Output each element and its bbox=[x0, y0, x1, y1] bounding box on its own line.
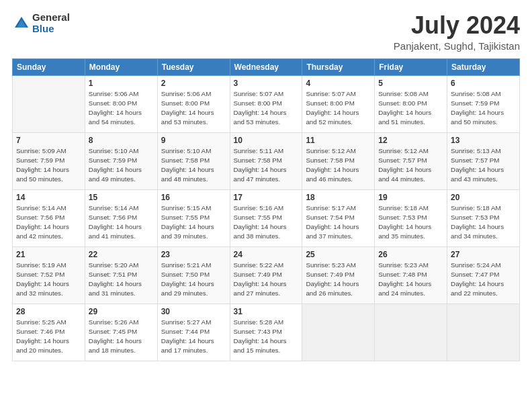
table-row: 4Sunrise: 5:07 AMSunset: 8:00 PMDaylight… bbox=[302, 75, 375, 132]
table-row: 16Sunrise: 5:15 AMSunset: 7:55 PMDayligh… bbox=[157, 189, 230, 246]
day-number: 5 bbox=[378, 79, 443, 88]
day-info: Sunrise: 5:12 AMSunset: 7:58 PMDaylight:… bbox=[306, 146, 371, 185]
day-info: Sunrise: 5:28 AMSunset: 7:43 PMDaylight:… bbox=[234, 318, 299, 356]
table-row: 11Sunrise: 5:12 AMSunset: 7:58 PMDayligh… bbox=[302, 132, 375, 189]
day-info: Sunrise: 5:24 AMSunset: 7:47 PMDaylight:… bbox=[451, 261, 516, 299]
day-info: Sunrise: 5:07 AMSunset: 8:00 PMDaylight:… bbox=[306, 89, 371, 128]
table-row: 28Sunrise: 5:25 AMSunset: 7:46 PMDayligh… bbox=[13, 304, 85, 361]
logo-text: General Blue bbox=[32, 12, 70, 34]
day-number: 7 bbox=[16, 136, 81, 145]
table-row: 19Sunrise: 5:18 AMSunset: 7:53 PMDayligh… bbox=[375, 189, 447, 246]
calendar-week-1: 1Sunrise: 5:06 AMSunset: 8:00 PMDaylight… bbox=[13, 75, 520, 132]
day-info: Sunrise: 5:06 AMSunset: 8:00 PMDaylight:… bbox=[161, 89, 226, 128]
day-info: Sunrise: 5:14 AMSunset: 7:56 PMDaylight:… bbox=[89, 203, 154, 242]
day-info: Sunrise: 5:23 AMSunset: 7:49 PMDaylight:… bbox=[306, 261, 371, 299]
table-row: 10Sunrise: 5:11 AMSunset: 7:58 PMDayligh… bbox=[230, 132, 302, 189]
table-row: 15Sunrise: 5:14 AMSunset: 7:56 PMDayligh… bbox=[85, 189, 157, 246]
table-row: 23Sunrise: 5:21 AMSunset: 7:50 PMDayligh… bbox=[157, 246, 230, 304]
day-number: 21 bbox=[16, 250, 81, 259]
table-row: 14Sunrise: 5:14 AMSunset: 7:56 PMDayligh… bbox=[13, 189, 85, 246]
calendar-week-4: 21Sunrise: 5:19 AMSunset: 7:52 PMDayligh… bbox=[13, 246, 520, 304]
day-number: 23 bbox=[161, 250, 226, 259]
logo: General Blue bbox=[12, 12, 70, 34]
header-tuesday: Tuesday bbox=[157, 58, 230, 75]
day-info: Sunrise: 5:27 AMSunset: 7:44 PMDaylight:… bbox=[161, 318, 226, 356]
table-row bbox=[375, 304, 447, 361]
table-row: 31Sunrise: 5:28 AMSunset: 7:43 PMDayligh… bbox=[230, 304, 302, 361]
table-row: 13Sunrise: 5:13 AMSunset: 7:57 PMDayligh… bbox=[447, 132, 520, 189]
day-number: 31 bbox=[234, 307, 299, 316]
day-info: Sunrise: 5:09 AMSunset: 7:59 PMDaylight:… bbox=[16, 146, 81, 185]
header-monday: Monday bbox=[85, 58, 157, 75]
table-row: 27Sunrise: 5:24 AMSunset: 7:47 PMDayligh… bbox=[447, 246, 520, 304]
day-number: 28 bbox=[16, 307, 81, 316]
day-info: Sunrise: 5:15 AMSunset: 7:55 PMDaylight:… bbox=[161, 203, 226, 242]
day-number: 15 bbox=[89, 193, 154, 202]
day-number: 9 bbox=[161, 136, 226, 145]
day-number: 24 bbox=[234, 250, 299, 259]
day-info: Sunrise: 5:13 AMSunset: 7:57 PMDaylight:… bbox=[451, 146, 516, 185]
day-info: Sunrise: 5:11 AMSunset: 7:58 PMDaylight:… bbox=[234, 146, 299, 185]
table-row: 26Sunrise: 5:23 AMSunset: 7:48 PMDayligh… bbox=[375, 246, 447, 304]
day-number: 20 bbox=[451, 193, 516, 202]
table-row: 29Sunrise: 5:26 AMSunset: 7:45 PMDayligh… bbox=[85, 304, 157, 361]
header-saturday: Saturday bbox=[447, 58, 520, 75]
day-info: Sunrise: 5:08 AMSunset: 7:59 PMDaylight:… bbox=[451, 89, 516, 128]
day-info: Sunrise: 5:21 AMSunset: 7:50 PMDaylight:… bbox=[161, 261, 226, 299]
calendar-week-2: 7Sunrise: 5:09 AMSunset: 7:59 PMDaylight… bbox=[13, 132, 520, 189]
day-number: 10 bbox=[234, 136, 299, 145]
day-number: 16 bbox=[161, 193, 226, 202]
day-info: Sunrise: 5:10 AMSunset: 7:59 PMDaylight:… bbox=[89, 146, 154, 185]
calendar-week-5: 28Sunrise: 5:25 AMSunset: 7:46 PMDayligh… bbox=[13, 304, 520, 361]
page: General Blue July 2024 Panjakent, Sughd,… bbox=[0, 0, 532, 411]
day-info: Sunrise: 5:18 AMSunset: 7:53 PMDaylight:… bbox=[378, 203, 443, 242]
day-info: Sunrise: 5:25 AMSunset: 7:46 PMDaylight:… bbox=[16, 318, 81, 356]
day-number: 13 bbox=[451, 136, 516, 145]
table-row: 22Sunrise: 5:20 AMSunset: 7:51 PMDayligh… bbox=[85, 246, 157, 304]
logo-blue-text: Blue bbox=[32, 24, 70, 35]
table-row: 12Sunrise: 5:12 AMSunset: 7:57 PMDayligh… bbox=[375, 132, 447, 189]
table-row: 7Sunrise: 5:09 AMSunset: 7:59 PMDaylight… bbox=[13, 132, 85, 189]
table-row bbox=[13, 75, 85, 132]
title-block: July 2024 Panjakent, Sughd, Tajikistan bbox=[394, 12, 520, 52]
day-number: 27 bbox=[451, 250, 516, 259]
subtitle: Panjakent, Sughd, Tajikistan bbox=[394, 40, 520, 52]
day-info: Sunrise: 5:20 AMSunset: 7:51 PMDaylight:… bbox=[89, 261, 154, 299]
day-number: 1 bbox=[89, 79, 154, 88]
day-number: 2 bbox=[161, 79, 226, 88]
day-number: 8 bbox=[89, 136, 154, 145]
day-number: 30 bbox=[161, 307, 226, 316]
table-row: 17Sunrise: 5:16 AMSunset: 7:55 PMDayligh… bbox=[230, 189, 302, 246]
day-number: 4 bbox=[306, 79, 371, 88]
day-info: Sunrise: 5:10 AMSunset: 7:58 PMDaylight:… bbox=[161, 146, 226, 185]
day-number: 11 bbox=[306, 136, 371, 145]
header-sunday: Sunday bbox=[13, 58, 85, 75]
table-row: 2Sunrise: 5:06 AMSunset: 8:00 PMDaylight… bbox=[157, 75, 230, 132]
table-row: 21Sunrise: 5:19 AMSunset: 7:52 PMDayligh… bbox=[13, 246, 85, 304]
logo-general-text: General bbox=[32, 12, 70, 24]
table-row bbox=[447, 304, 520, 361]
day-number: 6 bbox=[451, 79, 516, 88]
header: General Blue July 2024 Panjakent, Sughd,… bbox=[12, 12, 520, 52]
day-info: Sunrise: 5:22 AMSunset: 7:49 PMDaylight:… bbox=[234, 261, 299, 299]
day-info: Sunrise: 5:08 AMSunset: 8:00 PMDaylight:… bbox=[378, 89, 443, 128]
day-number: 18 bbox=[306, 193, 371, 202]
table-row bbox=[302, 304, 375, 361]
day-number: 17 bbox=[234, 193, 299, 202]
table-row: 25Sunrise: 5:23 AMSunset: 7:49 PMDayligh… bbox=[302, 246, 375, 304]
day-info: Sunrise: 5:07 AMSunset: 8:00 PMDaylight:… bbox=[234, 89, 299, 128]
header-friday: Friday bbox=[375, 58, 447, 75]
day-info: Sunrise: 5:06 AMSunset: 8:00 PMDaylight:… bbox=[89, 89, 154, 128]
table-row: 6Sunrise: 5:08 AMSunset: 7:59 PMDaylight… bbox=[447, 75, 520, 132]
logo-icon bbox=[12, 14, 31, 33]
day-info: Sunrise: 5:16 AMSunset: 7:55 PMDaylight:… bbox=[234, 203, 299, 242]
table-row: 20Sunrise: 5:18 AMSunset: 7:53 PMDayligh… bbox=[447, 189, 520, 246]
day-info: Sunrise: 5:12 AMSunset: 7:57 PMDaylight:… bbox=[378, 146, 443, 185]
calendar-table: Sunday Monday Tuesday Wednesday Thursday… bbox=[12, 58, 520, 361]
table-row: 30Sunrise: 5:27 AMSunset: 7:44 PMDayligh… bbox=[157, 304, 230, 361]
calendar-week-3: 14Sunrise: 5:14 AMSunset: 7:56 PMDayligh… bbox=[13, 189, 520, 246]
day-info: Sunrise: 5:19 AMSunset: 7:52 PMDaylight:… bbox=[16, 261, 81, 299]
day-number: 26 bbox=[378, 250, 443, 259]
day-info: Sunrise: 5:26 AMSunset: 7:45 PMDaylight:… bbox=[89, 318, 154, 356]
table-row: 24Sunrise: 5:22 AMSunset: 7:49 PMDayligh… bbox=[230, 246, 302, 304]
